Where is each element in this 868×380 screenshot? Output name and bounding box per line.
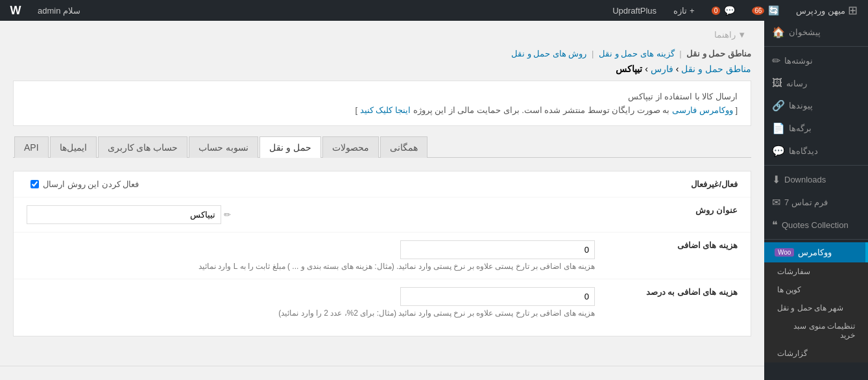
title-control: ✏ (27, 205, 595, 224)
tab-user-accounts[interactable]: حساب های کاربری (98, 136, 188, 158)
adminbar-wp-icon[interactable]: W (5, 0, 26, 21)
plugin-notice-post: منتشر شده است. برای حمایت مالی از این پر… (413, 105, 586, 115)
adminbar-left: ⊞ میهن وردپرس 🔄 66 💬 0 + تازه UpdraftPlu… (607, 0, 863, 21)
title-label: عنوان روش (608, 205, 738, 215)
sidebar-item-label: فرم تماس 7 (784, 197, 828, 207)
extra-fee-desc: هزینه های اضافی بر تارخ پستی علاوه بر نر… (27, 262, 595, 271)
sidebar-item-label: Quotes Collection (782, 220, 849, 230)
adminbar-updates[interactable]: 🔄 66 (747, 0, 784, 21)
title-input[interactable] (27, 205, 221, 224)
admin-bar: ⊞ میهن وردپرس 🔄 66 💬 0 + تازه UpdraftPlu… (0, 0, 868, 21)
adminbar-right: سلام admin W (5, 0, 86, 21)
tab-account[interactable]: نسوبه حساب (189, 136, 258, 158)
sidebar-item-woocommerce[interactable]: ووکامرس Woo (764, 242, 868, 262)
adminbar-updraft[interactable]: UpdraftPlus (607, 0, 662, 21)
sidebar-item-label: ووکامرس (798, 247, 832, 257)
title-edit-icon: ✏ (224, 210, 231, 220)
updates-count: 66 (752, 6, 764, 15)
downloads-icon: ⬇ (772, 173, 780, 186)
submenu-item-shipping-zones[interactable]: شهر های حمل و نقل (764, 299, 868, 317)
enable-control: فعال کردن این روش ارسال (27, 179, 595, 189)
plugin-notice-link2[interactable]: اینجا کلیک کنید (360, 105, 411, 115)
menu-separator-2 (764, 165, 868, 166)
extra-fee-label: هزینه های اضافی (608, 240, 738, 250)
adminbar-site-name: میهن وردپرس (796, 6, 845, 16)
media-icon: 🖼 (772, 77, 782, 89)
adminbar-comments[interactable]: 💬 0 (706, 0, 741, 21)
new-icon: + (690, 6, 695, 16)
pages-icon: 📄 (772, 122, 785, 134)
breadcrumb-zones-link[interactable]: گزینه های حمل و نقل (599, 49, 674, 58)
plugin-notice-link[interactable]: ووکامرس فارسی (672, 105, 733, 115)
sidebar-item-pages[interactable]: برگه‌ها 📄 (764, 117, 868, 140)
sidebar-item-inbox[interactable]: پیشخوان 🏠 (764, 21, 868, 44)
quotes-icon: ❝ (772, 219, 778, 231)
settings-row-extra-fee-pct: هزینه های اضافی به درصد هزینه های اضافی … (14, 279, 751, 325)
home-icon: 🏠 (772, 26, 785, 38)
menu-separator-1 (764, 46, 868, 47)
enable-checkbox[interactable] (30, 180, 39, 188)
comments-menu-icon: 💬 (772, 145, 785, 157)
extra-fee-input[interactable] (400, 240, 595, 259)
enable-label: فعال/غیرفعال (608, 179, 738, 189)
adminbar-greeting[interactable]: سلام admin (32, 0, 86, 21)
sidebar-item-links[interactable]: پیوندها 🔗 (764, 94, 868, 117)
tab-api[interactable]: API (14, 136, 49, 158)
adminbar-new[interactable]: + تازه (668, 0, 700, 21)
enable-checkbox-text: فعال کردن این روش ارسال (43, 179, 139, 189)
plugin-header: ارسال کالا با استفاده از تیپاکس [ ووکامر… (13, 81, 751, 126)
sidebar-item-label: پیشخوان (789, 27, 821, 37)
plugin-notice-pre: [ (735, 105, 738, 115)
settings-row-extra-fee: هزینه های اضافی هزینه های اضافی بر تارخ … (14, 233, 751, 279)
sidebar-item-label: برگه‌ها (789, 123, 812, 133)
subtitle-plugin: تیپاکس (616, 64, 642, 74)
tab-emails[interactable]: ایمیل‌ها (50, 136, 97, 158)
settings-tabs: API ایمیل‌ها حساب های کاربری نسوبه حساب … (13, 136, 751, 158)
submenu-label: شهر های حمل و نقل (777, 303, 843, 312)
subtitle-region-link[interactable]: فارس (651, 64, 673, 74)
sidebar-item-contact7[interactable]: فرم تماس 7 ✉ (764, 191, 868, 214)
page-subtitle: مناطق حمل و نقل › فارس › تیپاکس (13, 64, 751, 74)
sidebar-item-quotes[interactable]: Quotes Collection ❝ (764, 214, 868, 236)
sidebar-item-media[interactable]: رسانه 🖼 (764, 72, 868, 94)
help-link[interactable]: ▼ راهنما (709, 27, 751, 42)
updates-icon: 🔄 (768, 5, 779, 16)
sidebar-item-downloads[interactable]: Downloads ⬇ (764, 168, 868, 191)
adminbar-my-sites[interactable]: ⊞ میهن وردپرس (791, 0, 863, 21)
extra-fee-pct-control: هزینه های اضافی بر تارخ پستی علاوه بر نر… (27, 287, 595, 318)
subtitle-zones-link[interactable]: مناطق حمل و نقل (681, 64, 751, 74)
sidebar: پیشخوان 🏠 نوشته‌ها ✏ رسانه 🖼 پیوندها 🔗 ب… (764, 21, 868, 349)
plugin-notice: [ ووکامرس فارسی به صورت رایگان توسط منتش… (27, 105, 738, 115)
wpbody-content: ▼ راهنما مناطق حمل و نقل | گزینه های حمل… (0, 21, 764, 349)
plugin-desc: ارسال کالا با استفاده از تیپاکس (27, 92, 738, 101)
settings-panel: فعال/غیرفعال فعال کردن این روش ارسال عنو… (13, 171, 751, 336)
submenu-item-coupons[interactable]: کوپن ها (764, 281, 868, 299)
submenu-item-orders[interactable]: سفارشات (764, 262, 868, 281)
submenu-label: کوپن ها (777, 285, 801, 294)
main-content: ▼ راهنما مناطق حمل و نقل | گزینه های حمل… (0, 21, 764, 349)
extra-fee-pct-label: هزینه های اضافی به درصد (608, 287, 738, 297)
sidebar-item-label: نوشته‌ها (784, 56, 813, 66)
extra-fee-pct-input[interactable] (400, 287, 595, 306)
sidebar-item-label: رسانه (786, 79, 807, 88)
tab-shipping[interactable]: حمل و نقل (259, 136, 321, 158)
submenu-item-nav-menus[interactable]: تنظیمات منوی سبد خرید (764, 317, 868, 344)
comments-icon: 💬 (724, 5, 735, 16)
comments-count: 0 (712, 6, 721, 15)
sidebar-item-comments[interactable]: دیدگاه‌ها 💬 (764, 140, 868, 162)
enable-checkbox-label[interactable]: فعال کردن این روش ارسال (27, 179, 595, 189)
tab-products[interactable]: محصولات (322, 136, 379, 158)
extra-fee-control: هزینه های اضافی بر تارخ پستی علاوه بر نر… (27, 240, 595, 271)
breadcrumb-zone-label: مناطق حمل و نقل (686, 49, 751, 58)
tab-general[interactable]: همگانی (380, 136, 428, 158)
submenu-item-reports[interactable]: گزارشات (764, 344, 868, 349)
breadcrumb-methods-link[interactable]: روش های حمل و نقل (511, 49, 586, 58)
sidebar-item-label: Downloads (784, 175, 826, 184)
woocommerce-submenu: سفارشات کوپن ها شهر های حمل و نقل تنظیما… (764, 262, 868, 349)
settings-row-enable: فعال/غیرفعال فعال کردن این روش ارسال (14, 171, 751, 197)
submenu-label: گزارشات (777, 349, 808, 349)
sidebar-item-posts[interactable]: نوشته‌ها ✏ (764, 49, 868, 72)
wpbody: ▼ راهنما مناطق حمل و نقل | گزینه های حمل… (0, 21, 764, 349)
sidebar-item-label: پیوندها (789, 101, 813, 110)
extra-fee-pct-desc: هزینه های اضافی بر تارخ پستی علاوه بر نر… (27, 309, 595, 318)
